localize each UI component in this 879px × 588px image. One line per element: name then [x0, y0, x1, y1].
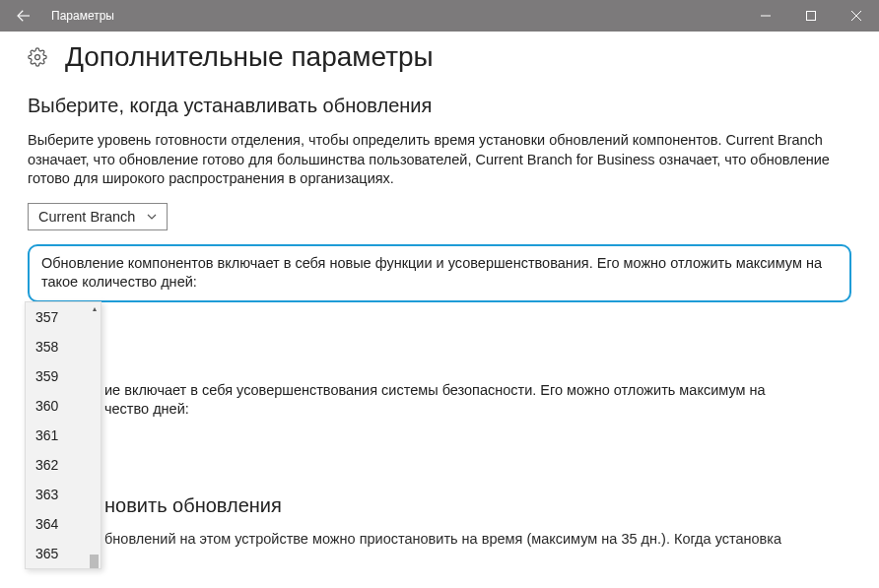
- defer-days-dropdown[interactable]: 357358359360361362363364365 ▴: [25, 301, 101, 569]
- chevron-down-icon: [147, 212, 157, 222]
- branch-select-value: Current Branch: [38, 209, 135, 225]
- maximize-button[interactable]: [788, 0, 834, 32]
- minimize-icon: [761, 11, 771, 21]
- quality-defer-text-partial-2: чество дней:: [104, 400, 851, 420]
- content-area: Дополнительные параметры Выберите, когда…: [0, 32, 879, 547]
- feature-defer-highlight: Обновление компонентов включает в себя н…: [28, 244, 851, 302]
- feature-defer-description: Обновление компонентов включает в себя н…: [41, 254, 838, 293]
- window-title: Параметры: [47, 9, 743, 23]
- back-button[interactable]: [0, 0, 47, 32]
- page-heading: Дополнительные параметры: [65, 41, 434, 73]
- dropdown-scrollbar[interactable]: ▴: [88, 302, 101, 568]
- section-description: Выберите уровень готовности отделения, ч…: [28, 131, 845, 189]
- pause-updates-title-partial: новить обновления: [104, 494, 851, 517]
- scrollbar-thumb[interactable]: [90, 555, 99, 568]
- close-icon: [851, 11, 861, 21]
- minimize-button[interactable]: [743, 0, 788, 32]
- maximize-icon: [806, 11, 816, 21]
- gear-icon: [28, 47, 47, 67]
- quality-defer-text-partial-1: ие включает в себя усовершенствования си…: [104, 381, 851, 401]
- titlebar: Параметры: [0, 0, 879, 32]
- svg-rect-2: [807, 12, 816, 21]
- section-title-when-install: Выберите, когда устанавливать обновления: [28, 95, 851, 117]
- arrow-left-icon: [15, 7, 33, 25]
- pause-updates-desc-partial: бновлений на этом устройстве можно приос…: [104, 531, 851, 547]
- close-button[interactable]: [834, 0, 879, 32]
- branch-readiness-select[interactable]: Current Branch: [28, 203, 168, 230]
- scroll-up-arrow[interactable]: ▴: [88, 302, 101, 315]
- svg-point-5: [35, 55, 40, 60]
